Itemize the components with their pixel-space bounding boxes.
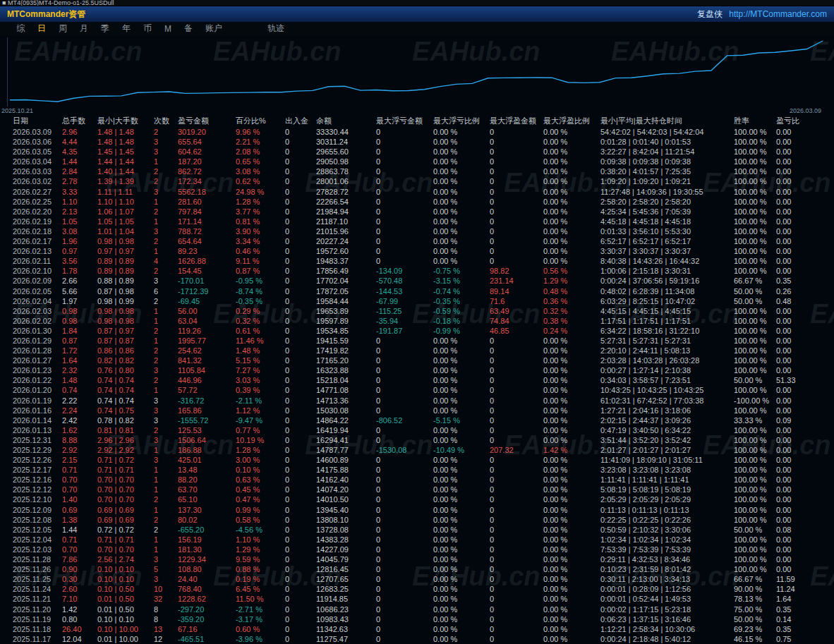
cell-12: 0:38:20 | 4:01:57 | 7:25:35 <box>600 166 734 176</box>
table-row[interactable]: 2025.12.040.710.71 | 0.711156.191.10 %01… <box>0 535 834 545</box>
toolbar-item-M[interactable]: M <box>158 24 178 34</box>
table-row[interactable]: 2025.11.190.800.10 | 0.108-359.20-3.17 %… <box>0 614 834 624</box>
column-header[interactable]: 最大浮盈比例 <box>543 115 600 127</box>
column-header[interactable]: 胜率 <box>734 115 776 127</box>
table-row[interactable]: 2026.02.055.660.87 | 0.986-1712.39-8.74 … <box>0 286 834 296</box>
toolbar-item-月[interactable]: 月 <box>73 23 95 35</box>
cell-5: -0.95 % <box>236 276 285 286</box>
table-row[interactable]: 2025.12.262.150.71 | 0.723425.013.00 %01… <box>0 455 834 465</box>
table-row[interactable]: 2025.11.242.600.10 | 0.5010768.406.45 %0… <box>0 584 834 594</box>
site-link[interactable]: http://MTCommander.com <box>729 9 827 19</box>
toolbar-item-日[interactable]: 日 <box>31 23 52 35</box>
table-row[interactable]: 2026.02.030.980.98 | 0.98156.000.29 %019… <box>0 306 834 316</box>
cell-6: 0 <box>285 624 316 634</box>
table-row[interactable]: 2026.01.200.740.74 | 0.74157.720.39 %014… <box>0 385 834 395</box>
column-header[interactable]: 总手数 <box>62 115 97 127</box>
column-header[interactable]: 最小|平均|最大持仓时间 <box>600 115 734 127</box>
cell-4: -359.20 <box>178 614 236 624</box>
column-header[interactable]: 盈亏比 <box>776 115 818 127</box>
cell-12: 2:05:29 | 2:05:29 | 2:05:29 <box>600 494 734 504</box>
table-row[interactable]: 2026.01.142.420.78 | 0.823-1555.72-9.47 … <box>0 415 834 425</box>
table-row[interactable]: 2026.02.020.980.98 | 0.98163.040.32 %019… <box>0 316 834 326</box>
table-row[interactable]: 2025.11.217.100.01 | 0.50321228.6211.50 … <box>0 594 834 604</box>
toolbar-item-账户[interactable]: 账户 <box>199 23 229 35</box>
cell-13: 100.00 % <box>734 505 776 515</box>
toolbar-item-周[interactable]: 周 <box>52 23 73 35</box>
table-row[interactable]: 2025.12.170.710.71 | 0.71113.480.10 %014… <box>0 465 834 475</box>
toolbar-item-备[interactable]: 备 <box>178 23 199 35</box>
table-row[interactable]: 2026.02.251.101.10 | 1.101281.601.28 %02… <box>0 197 834 207</box>
table-row[interactable]: 2026.01.232.320.76 | 0.8031105.847.27 %0… <box>0 365 834 375</box>
column-header[interactable]: 出入金 <box>285 115 316 127</box>
table-row[interactable]: 2026.01.162.240.74 | 0.753165.861.12 %01… <box>0 406 834 415</box>
cell-8: -115.25 <box>376 306 433 316</box>
column-header[interactable]: 盈亏金额 <box>178 115 236 127</box>
table-row[interactable]: 2026.03.032.841.40 | 1.442862.723.08 %02… <box>0 166 834 176</box>
table-row[interactable]: 2025.11.250.300.10 | 0.10324.400.19 %012… <box>0 574 834 584</box>
table-row[interactable]: 2025.12.160.700.70 | 0.70188.200.63 %014… <box>0 475 834 485</box>
table-row[interactable]: 2025.11.287.862.56 | 2.7431229.349.59 %0… <box>0 554 834 564</box>
column-header[interactable]: 日期 <box>13 115 62 127</box>
cell-3: 8 <box>154 604 178 614</box>
table-row[interactable]: 2026.03.064.441.48 | 1.483655.642.21 %03… <box>0 137 834 147</box>
table-row[interactable]: 2026.02.101.780.89 | 0.892154.450.87 %01… <box>0 266 834 276</box>
table-row[interactable]: 2026.01.192.220.74 | 0.743-316.72-2.11 %… <box>0 396 834 406</box>
table-row[interactable]: 2026.03.022.781.39 | 1.392172.340.62 %02… <box>0 176 834 186</box>
table-row[interactable]: 2026.02.041.970.98 | 0.992-69.45-0.35 %0… <box>0 296 834 306</box>
toolbar-item-轨迹[interactable]: 轨迹 <box>261 23 291 35</box>
cell-8: 0 <box>376 515 433 525</box>
cell-7: 14175.88 <box>316 465 376 475</box>
table-row[interactable]: 2025.12.081.380.69 | 0.69280.020.58 %013… <box>0 515 834 525</box>
table-row[interactable]: 2026.03.092.961.48 | 1.4823019.209.96 %0… <box>0 127 834 137</box>
table-row[interactable]: 2025.12.292.922.92 | 2.921186.881.28 %01… <box>0 445 834 455</box>
table-row[interactable]: 2025.12.051.440.72 | 0.722-655.20-4.56 %… <box>0 525 834 535</box>
cell-6: 0 <box>285 226 316 236</box>
table-row[interactable]: 2025.11.1826.400.10 | 10.001367.160.60 %… <box>0 624 834 634</box>
table-row[interactable]: 2026.02.113.560.89 | 0.8941626.889.11 %0… <box>0 256 834 266</box>
column-header[interactable]: 最大浮亏金额 <box>376 115 433 127</box>
cell-11: 0.00 % <box>543 375 600 385</box>
table-row[interactable]: 2025.12.101.400.70 | 0.70265.100.47 %014… <box>0 494 834 504</box>
table-row[interactable]: 2025.12.120.700.70 | 0.70163.700.45 %014… <box>0 485 834 494</box>
toolbar-item-季[interactable]: 季 <box>95 23 116 35</box>
cell-6: 0 <box>285 166 316 176</box>
table-row[interactable]: 2026.02.171.960.98 | 0.982654.643.34 %02… <box>0 236 834 246</box>
cell-4: 654.64 <box>178 236 236 246</box>
column-header[interactable]: 余额 <box>316 115 376 127</box>
table-row[interactable]: 2026.02.183.081.01 | 1.043788.723.90 %02… <box>0 226 834 236</box>
table-row[interactable]: 2026.02.273.331.11 | 1.1135562.1824.98 %… <box>0 187 834 197</box>
table-row[interactable]: 2026.01.281.720.86 | 0.862254.621.48 %01… <box>0 346 834 356</box>
toolbar-item-综[interactable]: 综 <box>10 23 31 35</box>
table-row[interactable]: 2026.02.202.131.06 | 1.072797.843.77 %02… <box>0 207 834 217</box>
table-row[interactable]: 2026.03.041.441.44 | 1.441187.200.65 %02… <box>0 157 834 166</box>
toolbar-item-币[interactable]: 币 <box>137 23 158 35</box>
table-row[interactable]: 2025.11.1712.040.01 | 10.0012-465.51-3.9… <box>0 634 834 644</box>
column-header[interactable]: 次数 <box>154 115 178 127</box>
cell-1: 0.69 <box>62 505 97 515</box>
table-row[interactable]: 2025.12.090.690.69 | 0.691137.300.99 %01… <box>0 505 834 515</box>
cell-7: 13945.40 <box>316 505 376 515</box>
titlebar[interactable]: MTCommander资管 复盘侠 http://MTCommander.com <box>0 6 834 22</box>
table-row[interactable]: 2026.02.130.970.97 | 0.97189.230.46 %019… <box>0 246 834 256</box>
table-row[interactable]: 2026.02.191.051.05 | 1.051171.140.81 %02… <box>0 217 834 226</box>
table-row[interactable]: 2026.02.092.660.88 | 0.893-170.01-0.95 %… <box>0 276 834 286</box>
table-row[interactable]: 2025.12.318.882.96 | 2.9631506.6410.19 %… <box>0 435 834 445</box>
table-row[interactable]: 2026.01.131.620.81 | 0.812125.530.77 %01… <box>0 425 834 435</box>
table-row[interactable]: 2026.01.290.870.87 | 0.8711995.7711.46 %… <box>0 336 834 346</box>
table-row[interactable]: 2026.01.271.640.82 | 0.822841.325.15 %01… <box>0 356 834 365</box>
table-row[interactable]: 2025.12.030.700.70 | 0.701181.301.29 %01… <box>0 545 834 554</box>
column-header[interactable]: 百分比% <box>236 115 285 127</box>
toolbar-item-年[interactable]: 年 <box>116 23 137 35</box>
cell-12: 0:47:19 | 3:40:50 | 6:34:22 <box>600 425 734 435</box>
cell-2: 0.70 | 0.70 <box>97 545 154 554</box>
table-row[interactable]: 2026.01.301.840.87 | 0.972119.260.61 %01… <box>0 326 834 336</box>
table-row[interactable]: 2026.01.221.480.74 | 0.742446.963.03 %01… <box>0 375 834 385</box>
table-row[interactable]: 2026.03.054.351.45 | 1.453604.622.08 %02… <box>0 147 834 157</box>
table-row[interactable]: 2025.11.201.420.01 | 0.508-297.20-2.71 %… <box>0 604 834 614</box>
table-row[interactable]: 2025.11.260.900.10 | 0.105108.800.88 %01… <box>0 564 834 574</box>
column-header[interactable]: 最小|大手数 <box>97 115 154 127</box>
column-header[interactable]: 最大浮亏比例 <box>433 115 490 127</box>
cell-6: 0 <box>285 574 316 584</box>
column-header[interactable]: 最大浮盈金额 <box>490 115 543 127</box>
cell-2: 1.48 | 1.48 <box>97 137 154 147</box>
